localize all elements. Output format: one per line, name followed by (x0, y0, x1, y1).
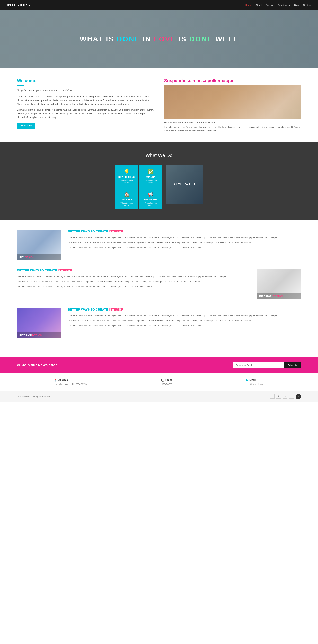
interior-para3-3: Lorem ipsum dolor sit amet, consectetur … (68, 324, 301, 327)
hero-title-part4: LOVE (154, 35, 176, 43)
welcome-para2: Etiam ante diam, congue sit amet elit pl… (17, 108, 154, 119)
image-label-3: INTERIORDESIGN (19, 334, 42, 337)
nav-link-about[interactable]: About (255, 4, 262, 6)
nav-link-blog[interactable]: Blog (294, 4, 299, 6)
scroll-to-top-button[interactable]: ▲ (295, 394, 301, 399)
delivery-icon: 🏠 (118, 192, 136, 197)
footer-bottom: © 2016 Interiors. All Rights Reserved f … (0, 391, 318, 402)
service-card-delivery[interactable]: 🏠 DELIVERY Voluptatum quia volupta (115, 188, 138, 209)
what-we-do-heading: What We Do (17, 153, 301, 158)
newsletter-form: Subscribe (233, 362, 301, 368)
newsletter-label: ✉ Join our Newsletter (17, 363, 57, 367)
interior-para2-3: Duis aute irure dolor in reprehenderit i… (68, 319, 301, 322)
service-title-new-designs: NEW DESIGNS (118, 176, 136, 178)
hero-title-part1: WHAT IS (80, 35, 117, 43)
footer-phone-heading: 📞 Phone (161, 378, 172, 382)
stylewell-card[interactable]: STYLEWELL (166, 165, 203, 204)
stylewell-label: STYLEWELL (169, 180, 200, 188)
right-image (164, 85, 301, 119)
hero-title-part7: WELL (213, 35, 238, 43)
nav-item-contact[interactable]: Contact (303, 4, 311, 6)
nav-item-gallery[interactable]: Gallery (266, 4, 273, 6)
interior-image-2: INTERIOR DESIGN (257, 269, 301, 299)
footer-address-heading: 📍 Address (54, 378, 87, 382)
service-desc-new-designs: Voluptatum quia volupta (118, 179, 136, 184)
service-card-quality[interactable]: ✅ QUALITY Voluptatum quia volupta (139, 165, 162, 187)
interior-text-2: BETTER WAYS TO CREATE INTERIOR Lorem ips… (17, 269, 250, 290)
welcome-lead: Ut eget neque ac ipsum venenatis loborti… (17, 88, 154, 92)
address-icon: 📍 (54, 378, 57, 382)
newsletter-envelope-icon: ✉ (17, 363, 20, 367)
footer-col-address: 📍 Address Lorem ipsum dolor, TL 19034-88… (54, 378, 87, 386)
social-facebook[interactable]: f (270, 394, 274, 399)
services-grid: 💡 NEW DESIGNS Voluptatum quia volupta ✅ … (115, 165, 162, 209)
service-card-brandings[interactable]: 📢 BRANDINGS Voluptatum quia volupta (139, 188, 162, 209)
brand-logo: INTERIORS (7, 3, 30, 7)
newsletter-subscribe-button[interactable]: Subscribe (284, 362, 301, 368)
interior-para1-3: Lorem ipsum dolor sit amet, consectetur … (68, 314, 301, 317)
interior-sections: INT DESIGN BETTER WAYS TO CREATE INTERIO… (0, 220, 318, 357)
interior-para2-1: Duis aute irure dolor in reprehenderit i… (68, 241, 301, 244)
social-googleplus[interactable]: g+ (283, 394, 287, 399)
service-title-brandings: BRANDINGS (142, 198, 160, 201)
hero-content: WHAT IS DONE IN LOVE IS DONE WELL (80, 35, 238, 43)
footer-address-text: Lorem ipsum dolor, TL 19034-88974 (54, 383, 87, 386)
interior-heading-3: BETTER WAYS TO CREATE INTERIOR (68, 308, 301, 312)
interior-para3-1: Lorem ipsum dolor sit amet, consectetur … (68, 246, 301, 249)
nav-link-contact[interactable]: Contact (303, 4, 311, 6)
navbar: INTERIORS Home About Gallery Dropdown ▾ … (0, 0, 318, 10)
hero-title: WHAT IS DONE IN LOVE IS DONE WELL (80, 35, 238, 43)
nav-link-gallery[interactable]: Gallery (266, 4, 273, 6)
welcome-underline (17, 85, 24, 86)
right-text: Vestibulum efficitur lacus nulla porttit… (164, 121, 301, 132)
email-icon: ✉ (246, 378, 248, 382)
nav-item-about[interactable]: About (255, 4, 262, 6)
interior-para2-2: Duis aute irure dolor in reprehenderit i… (17, 280, 250, 283)
nav-item-dropdown[interactable]: Dropdown ▾ (277, 4, 290, 6)
hero-section: WHAT IS DONE IN LOVE IS DONE WELL (0, 10, 318, 68)
interior-accent-2: INTERIOR (58, 269, 73, 272)
newsletter-email-input[interactable] (233, 362, 284, 368)
footer-info: 📍 Address Lorem ipsum dolor, TL 19034-88… (0, 373, 318, 391)
quality-icon: ✅ (142, 169, 160, 174)
interior-heading-2: BETTER WAYS TO CREATE INTERIOR (17, 269, 250, 272)
interior-para3-2: Lorem ipsum dolor sit amet, consectetur … (17, 285, 250, 288)
nav-item-blog[interactable]: Blog (294, 4, 299, 6)
interior-image-3: INTERIORDESIGN (17, 308, 61, 338)
new-designs-icon: 💡 (118, 169, 136, 174)
social-icons: f t g+ in ▲ (270, 394, 301, 399)
hero-title-part2: DONE (117, 35, 140, 43)
right-para: Duis vitae auctor purus. Aenean feugiat … (164, 126, 301, 132)
brandings-icon: 📢 (142, 192, 160, 197)
footer-col-email: ✉ Email mail@example.com (246, 378, 264, 386)
newsletter-section: ✉ Join our Newsletter Subscribe (0, 357, 318, 373)
welcome-left: Welcome Ut eget neque ac ipsum venenatis… (17, 78, 154, 132)
footer-copyright: © 2016 Interiors. All Rights Reserved (17, 396, 51, 398)
interior-image-1: INT DESIGN (17, 230, 61, 260)
service-title-quality: QUALITY (142, 176, 160, 178)
image-accent-1: DESIGN (25, 256, 35, 258)
service-desc-brandings: Voluptatum quia volupta (142, 202, 160, 207)
interior-text-3: BETTER WAYS TO CREATE INTERIOR Lorem ips… (68, 308, 301, 329)
read-more-button[interactable]: Read More (17, 122, 35, 128)
nav-item-home[interactable]: Home (245, 4, 251, 6)
image-label-1: INT DESIGN (19, 256, 35, 258)
right-sub-heading: Vestibulum efficitur lacus nulla porttit… (164, 121, 301, 124)
service-card-new-designs[interactable]: 💡 NEW DESIGNS Voluptatum quia volupta (115, 165, 138, 187)
interior-heading-1: BETTER WAYS TO CREATE INTERIOR (68, 230, 301, 233)
footer-col-phone: 📞 Phone +123456789 (161, 378, 172, 386)
nav-link-dropdown[interactable]: Dropdown ▾ (277, 4, 290, 6)
interior-row-1: INT DESIGN BETTER WAYS TO CREATE INTERIO… (17, 230, 301, 260)
nav-link-home[interactable]: Home (245, 4, 251, 6)
interior-accent-1: INTERIOR (109, 230, 124, 233)
welcome-right: Suspendisse massa pellentesque Vestibulu… (164, 78, 301, 132)
interior-row-3: INTERIORDESIGN BETTER WAYS TO CREATE INT… (17, 308, 301, 338)
interior-image-overlay-1: INT DESIGN (17, 254, 61, 260)
footer-phone-text: +123456789 (161, 383, 172, 386)
social-twitter[interactable]: t (276, 394, 281, 399)
social-linkedin[interactable]: in (289, 394, 294, 399)
interior-text-1: BETTER WAYS TO CREATE INTERIOR Lorem ips… (68, 230, 301, 251)
hero-title-part3: IN (140, 35, 154, 43)
footer-email-heading: ✉ Email (246, 378, 264, 382)
right-heading: Suspendisse massa pellentesque (164, 78, 301, 83)
